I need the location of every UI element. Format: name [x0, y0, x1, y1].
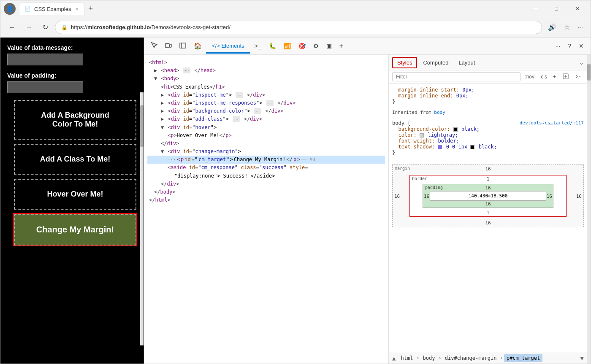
window-controls: — □ ✕	[526, 0, 587, 17]
data-message-label: Value of data-message:	[7, 44, 137, 51]
add-style-button[interactable]: +	[550, 73, 558, 81]
maximize-button[interactable]: □	[547, 0, 566, 17]
title-bar-left: 👤 📄 CSS Examples × +	[4, 3, 526, 15]
lock-icon: 🔒	[61, 24, 68, 30]
more-tools-button[interactable]: ···	[552, 40, 564, 52]
sidebar-tool[interactable]	[176, 40, 190, 53]
color-swatch-purple	[438, 145, 442, 149]
add-tool[interactable]: +	[336, 40, 347, 52]
margin-right-val: 16	[576, 193, 582, 199]
expand-background-color[interactable]: ···	[254, 108, 261, 114]
application-tool[interactable]: ▣	[323, 40, 335, 52]
hov-button[interactable]: :hov	[523, 73, 536, 81]
tab-computed[interactable]: Computed	[419, 58, 453, 67]
toggle-style-button[interactable]	[573, 73, 584, 81]
debug-tool[interactable]: 🐛	[266, 40, 279, 52]
back-button[interactable]: ←	[5, 21, 19, 34]
tab-styles[interactable]: Styles	[392, 57, 417, 68]
breadcrumb-body[interactable]: body	[420, 354, 438, 362]
css-property-line: text-shadow: 0 0 1px black;	[392, 144, 584, 150]
new-tab-button[interactable]: +	[84, 3, 98, 15]
color-swatch-black2	[470, 145, 474, 149]
html-line: <h1>CSS Examples</h1>	[147, 83, 385, 91]
device-emulation-tool[interactable]	[162, 40, 175, 53]
forward-button[interactable]: →	[22, 21, 36, 34]
tab-elements[interactable]: </> Elements	[206, 39, 250, 54]
right-scrollbar[interactable]	[587, 55, 591, 364]
css-property-line: font-weight: bolder;	[392, 138, 584, 144]
home-tool[interactable]: 🏠	[190, 40, 205, 52]
address-right: 🔊 ☆ ···	[545, 22, 586, 33]
url-domain: microsoftedge.github.io	[87, 24, 150, 30]
change-margin-button[interactable]: Change My Margin!	[14, 214, 136, 245]
breadcrumb-p-cm-target[interactable]: p#cm_target	[504, 354, 542, 362]
cls-button[interactable]: .cls	[538, 73, 549, 81]
breadcrumb-div-change-margin[interactable]: div#change-margin	[442, 354, 499, 362]
padding-section: Value of padding:	[7, 72, 137, 93]
url-text: https://microsoftedge.github.io/Demos/de…	[71, 24, 536, 30]
box-model-section: margin 16 16 16 16 border 1 1	[392, 161, 584, 227]
favorites-button[interactable]: ☆	[561, 22, 572, 33]
devtools-panel: 🏠 </> Elements >_ 🐛 📶 🎯 ⚙ ▣ + ··· ? ✕	[144, 38, 591, 364]
html-line: ▶ <div id="add-class"> ··· </div>	[147, 115, 385, 123]
main-content: Value of data-message: Value of padding:…	[0, 38, 591, 364]
webpage-scrollbar[interactable]	[140, 92, 144, 345]
breadcrumb-html[interactable]: html	[398, 354, 415, 362]
content-box: 140.430×18.500	[430, 191, 546, 201]
html-line: ▶ <div id="background-color"> ··· </div>	[147, 107, 385, 115]
expand-head[interactable]: ···	[183, 67, 190, 73]
breadcrumb-right-arrow[interactable]: ▼	[580, 355, 584, 361]
help-button[interactable]: ?	[564, 40, 575, 52]
refresh-button[interactable]: ↻	[39, 21, 52, 34]
css-source-link[interactable]: devtools-cs…tarted/:117	[520, 120, 584, 126]
margin-label: margin	[395, 166, 410, 171]
expand-add-class[interactable]: ···	[233, 116, 240, 122]
network-tool[interactable]: 📶	[280, 40, 294, 52]
data-message-section: Value of data-message:	[7, 44, 137, 65]
title-bar: 👤 📄 CSS Examples × + — □ ✕	[0, 0, 591, 17]
styles-filter-bar: :hov .cls +	[389, 70, 587, 84]
more-button[interactable]: ···	[575, 22, 586, 33]
webpage-content: Value of data-message: Value of padding:…	[0, 38, 144, 364]
new-style-rule-button[interactable]	[560, 73, 571, 81]
settings-tool[interactable]: ⚙	[310, 40, 322, 52]
close-button[interactable]: ✕	[568, 0, 587, 17]
expand-inspect-me[interactable]: ···	[236, 92, 243, 98]
url-bar[interactable]: 🔒 https://microsoftedge.github.io/Demos/…	[55, 21, 542, 34]
minimize-button[interactable]: —	[526, 0, 545, 17]
margin-left-val: 16	[394, 193, 400, 199]
hover-button[interactable]: Hover Over Me!	[14, 179, 136, 210]
tab-bar: 📄 CSS Examples × +	[19, 3, 97, 15]
line-expand-toggle[interactable]: ···	[168, 156, 176, 164]
browser-tab[interactable]: 📄 CSS Examples ×	[19, 3, 84, 15]
svg-rect-2	[180, 43, 186, 48]
tab-layout[interactable]: Layout	[454, 58, 479, 67]
styles-more-chevron[interactable]: ⌄	[579, 59, 584, 66]
selected-html-line[interactable]: ··· <p id="cm_target">Change My Margin!<…	[147, 156, 385, 164]
inherited-body-link[interactable]: body	[434, 110, 445, 115]
html-line: ▼ <div id="hover">	[147, 124, 385, 132]
html-line: </html>	[147, 196, 385, 204]
inspect-element-tool[interactable]	[147, 39, 161, 53]
styles-filter-input[interactable]	[392, 72, 521, 81]
webpage-scrollbar-thumb[interactable]	[140, 105, 144, 147]
add-class-button[interactable]: Add A Class To Me!	[14, 144, 136, 175]
right-scrollbar-thumb[interactable]	[587, 64, 591, 81]
styles-content: margin-inline-start: 0px; margin-inline-…	[389, 84, 587, 352]
console-tool[interactable]: >_	[251, 40, 265, 52]
performance-tool[interactable]: 🎯	[295, 40, 309, 52]
tab-close-button[interactable]: ×	[74, 5, 79, 12]
expand-inspect-responses[interactable]: ···	[266, 100, 274, 106]
margin-top-val: 16	[485, 166, 491, 172]
inherited-section: Inherited from body	[392, 110, 584, 115]
padding-label-bm: padding	[425, 185, 443, 190]
read-aloud-button[interactable]: 🔊	[545, 22, 559, 33]
breadcrumb-left-arrow[interactable]: ▲	[392, 355, 396, 361]
padding-right-val: 16	[547, 193, 552, 199]
css-property-line: background-color: black;	[392, 126, 584, 132]
close-devtools-button[interactable]: ✕	[575, 40, 587, 52]
css-property-line: color: lightgray;	[392, 132, 584, 138]
background-color-button[interactable]: Add A BackgroundColor To Me!	[14, 100, 136, 140]
html-line: </div>	[147, 140, 385, 148]
padding-input	[7, 81, 83, 93]
